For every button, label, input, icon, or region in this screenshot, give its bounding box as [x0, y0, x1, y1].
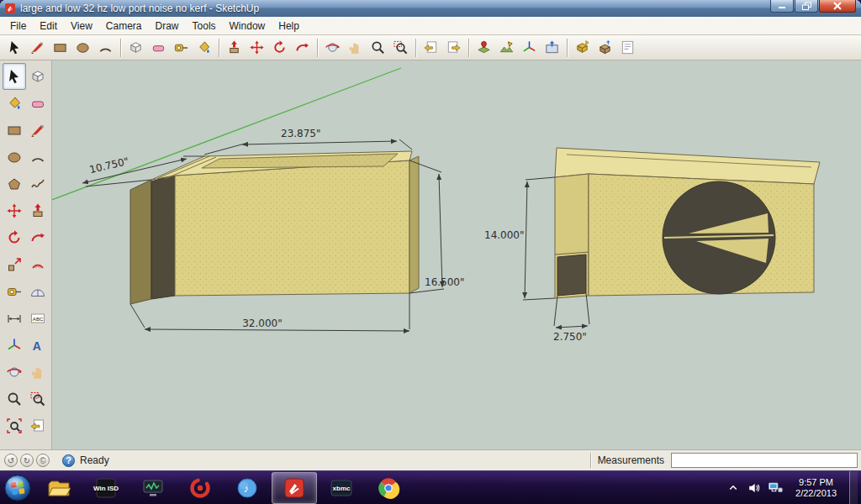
line-tool[interactable] [26, 117, 50, 144]
help-icon[interactable]: ? [62, 454, 75, 467]
orbit-tool[interactable] [3, 359, 26, 386]
zoom-window-tool[interactable] [26, 386, 50, 412]
left-box-model[interactable] [130, 151, 419, 304]
rotate-cw-status-icon[interactable]: ↻ [20, 454, 34, 467]
taskbar-clock[interactable]: 9:57 PM 2/22/2013 [789, 477, 843, 499]
menu-edit[interactable]: Edit [33, 18, 64, 34]
right-box-model[interactable] [555, 148, 820, 298]
show-desktop-button[interactable] [849, 471, 858, 504]
previous-view-toolbar-button[interactable] [420, 37, 442, 59]
zoom-tool[interactable] [3, 386, 26, 412]
pan-toolbar-button[interactable] [344, 37, 367, 59]
restore-button[interactable] [795, 0, 818, 13]
orbit-toolbar-button[interactable] [321, 37, 344, 59]
eraser-toolbar-button[interactable] [147, 37, 170, 59]
tape-measure-tool[interactable] [3, 278, 26, 305]
menu-draw[interactable]: Draw [149, 18, 186, 34]
push-pull-tool[interactable] [26, 197, 50, 224]
volume-button[interactable] [747, 480, 762, 496]
menu-view[interactable]: View [64, 18, 99, 34]
3d-text-tool[interactable]: A [26, 332, 50, 359]
itunes-taskbar-button[interactable]: ♪ [224, 472, 270, 504]
move-tool[interactable] [3, 197, 26, 224]
next-view-toolbar-button[interactable] [442, 37, 465, 59]
chrome-taskbar-button[interactable] [366, 472, 411, 504]
toggle-terrain-toolbar-button[interactable] [495, 37, 518, 59]
circle-tool[interactable] [3, 144, 26, 171]
paint-bucket-tool[interactable] [3, 90, 26, 117]
rotate-ccw-status-icon[interactable]: ↺ [4, 454, 18, 467]
tape-measure-toolbar-button[interactable] [170, 37, 193, 59]
make-component-tool[interactable] [26, 63, 50, 90]
network-button[interactable] [768, 480, 783, 496]
arc-toolbar-button[interactable] [94, 37, 117, 59]
start-button[interactable] [0, 471, 35, 504]
zoom-toolbar-button[interactable] [367, 37, 389, 59]
title-bar[interactable]: large and low 32 hz low port noise no ke… [0, 0, 861, 17]
push-pull-toolbar-button[interactable] [223, 37, 246, 59]
photo-match-toolbar-button[interactable] [541, 37, 563, 59]
zoom-window-icon [393, 39, 409, 55]
audio-analyzer-taskbar-button[interactable] [130, 472, 176, 504]
hidden-icons-chevron[interactable] [726, 480, 741, 496]
menu-file[interactable]: File [3, 18, 33, 34]
move-icon [249, 39, 265, 55]
scale-tool[interactable] [3, 251, 26, 278]
measurements-input[interactable] [671, 453, 858, 468]
protractor-tool[interactable] [26, 278, 50, 305]
previous-view-tool[interactable] [26, 412, 50, 439]
model-scene [52, 60, 861, 449]
rectangle-toolbar-button[interactable] [49, 37, 71, 59]
line-toolbar-button[interactable] [26, 37, 49, 59]
circle-toolbar-button[interactable] [71, 37, 94, 59]
rectangle-tool[interactable] [3, 117, 26, 144]
menu-window[interactable]: Window [223, 18, 272, 34]
rotate-tool[interactable] [3, 224, 26, 251]
eraser-tool[interactable] [26, 90, 50, 117]
add-location-toolbar-button[interactable] [473, 37, 495, 59]
polygon-icon [6, 176, 23, 192]
circle-icon [75, 39, 91, 55]
dimension-tool[interactable] [3, 305, 26, 332]
move-toolbar-button[interactable] [246, 37, 268, 59]
toolbar-separator [120, 39, 121, 57]
red-ring-app-taskbar-button[interactable] [177, 472, 223, 504]
menu-camera[interactable]: Camera [99, 18, 149, 34]
dimension-label-inner-width: 23.875" [281, 128, 321, 139]
select-tool[interactable] [3, 63, 26, 90]
polygon-tool[interactable] [3, 171, 26, 197]
axes-tool[interactable] [3, 332, 26, 359]
xbmc-taskbar-button[interactable]: xbmc [319, 472, 364, 504]
components-toolbar-button[interactable] [616, 37, 639, 59]
freehand-tool[interactable] [26, 171, 50, 197]
menu-tools[interactable]: Tools [186, 18, 223, 34]
follow-me-tool[interactable] [26, 224, 50, 251]
select-toolbar-button[interactable] [3, 37, 26, 59]
sketchup-taskbar-button[interactable] [272, 472, 317, 504]
audio-analyzer-icon [141, 476, 165, 500]
add-location-icon [476, 39, 492, 55]
close-button[interactable] [819, 0, 856, 13]
dimension-icon [6, 310, 23, 327]
rotate-toolbar-button[interactable] [268, 37, 291, 59]
drawing-canvas[interactable]: 23.875" 10.750" 16.500" 32.000" 14.000" … [52, 60, 861, 449]
paint-bucket-toolbar-button[interactable] [193, 37, 215, 59]
minimize-button[interactable] [770, 0, 794, 13]
text-tool[interactable]: ABC [26, 305, 50, 332]
zoom-extents-tool[interactable] [3, 412, 26, 439]
follow-me-toolbar-button[interactable] [291, 37, 314, 59]
windows-explorer-taskbar-button[interactable] [36, 472, 82, 504]
winisd-icon [94, 476, 118, 500]
make-component-toolbar-button[interactable] [124, 37, 147, 59]
offset-tool[interactable] [26, 251, 50, 278]
copyright-status-icon[interactable]: © [36, 454, 50, 467]
pan-tool[interactable] [26, 359, 50, 386]
get-models-toolbar-button[interactable] [571, 37, 594, 59]
share-model-toolbar-button[interactable] [594, 37, 616, 59]
axes-toolbar-button[interactable] [518, 37, 541, 59]
winisd-taskbar-button[interactable]: Win ISD [83, 472, 129, 504]
menu-help[interactable]: Help [272, 18, 306, 34]
arc-tool[interactable] [26, 144, 50, 171]
zoom-window-toolbar-button[interactable] [389, 37, 412, 59]
protractor-icon [29, 283, 46, 300]
